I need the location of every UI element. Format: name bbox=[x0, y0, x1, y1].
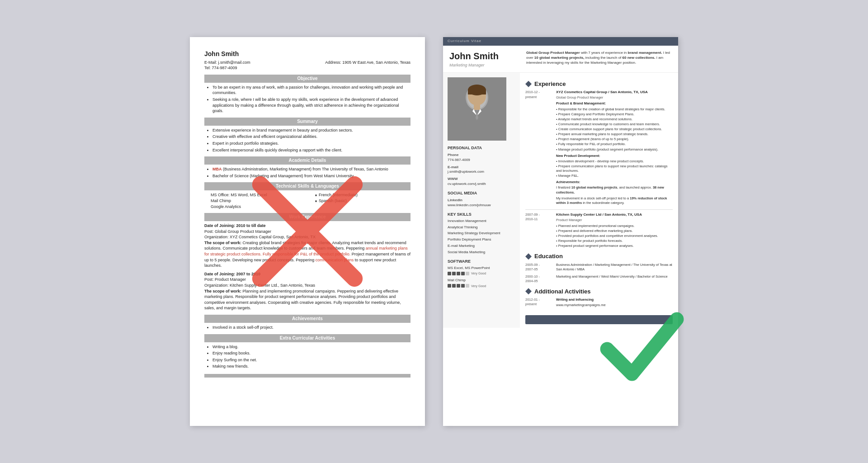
mba-highlight: MBA bbox=[212, 167, 222, 171]
social-media-title: Social Media bbox=[448, 190, 515, 196]
cv-photo bbox=[448, 77, 506, 141]
exp1-bullet-6: • Prepare annual marketing plans to supp… bbox=[556, 132, 673, 137]
extra-list: Writing a blog. Enjoy reading books. Enj… bbox=[204, 344, 410, 369]
exp2-bullet-1: • Planned and implemented promotional ca… bbox=[556, 224, 673, 228]
email-label-right: E-mail bbox=[448, 165, 515, 170]
skill-dots-2 bbox=[448, 284, 469, 288]
act1-detail: www.mymarketingcampaigns.me bbox=[556, 303, 673, 307]
tel-value: 774-987-4009 bbox=[212, 66, 237, 70]
skill-6: Social Media Marketing bbox=[448, 250, 515, 255]
work2-org: Organization: Kitchen Supply Center Ltd.… bbox=[204, 283, 410, 288]
svg-rect-8 bbox=[474, 104, 480, 110]
exp1-ach-1: I finalized 10 global marketing projects… bbox=[556, 185, 673, 194]
exp2-content: Kitchen Supply Center Ltd / San Antonio,… bbox=[556, 213, 673, 249]
exp1-bullet-3: • Analyze market trends and recommend so… bbox=[556, 117, 673, 122]
dot-s2-2 bbox=[452, 284, 456, 288]
software-item-2: Mail Chimp Very Good bbox=[448, 278, 515, 288]
resume-right: Curriculum Vitae John Smith Marketing Ma… bbox=[443, 37, 678, 426]
skill-ms-office: MS Office: MS Word, MS Excel bbox=[211, 193, 267, 197]
dot-s1-4 bbox=[461, 272, 465, 275]
cv-two-col: Personal Data Phone 774-987-4009 E-mail … bbox=[443, 73, 678, 328]
exp1-sub2-title: New Product Development: bbox=[556, 154, 673, 158]
dot-s1-5 bbox=[466, 272, 469, 275]
summary-item-1: Extensive experience in brand management… bbox=[212, 128, 410, 133]
exp-divider bbox=[525, 209, 673, 210]
education-section-header: Education bbox=[525, 252, 673, 260]
act-item-1: 2012-01 -present Writing and Influencing… bbox=[525, 298, 673, 308]
skill-level-2: Very Good bbox=[471, 284, 486, 288]
education-title: Education bbox=[534, 252, 563, 260]
exp1-date: 2010-12 -present bbox=[525, 90, 552, 205]
dot-s2-4 bbox=[461, 284, 465, 288]
edu2-school: Marketing and Management / West Miami Un… bbox=[556, 274, 673, 279]
exp1-role: Global Group Product Manager bbox=[556, 95, 673, 100]
software-item-1: MS Excel, MS PowerPoint Very Good bbox=[448, 266, 515, 276]
additional-icon bbox=[525, 288, 532, 294]
skill-mail-chimp: Mail Chimp bbox=[211, 198, 231, 203]
phone-value: 774-987-4009 bbox=[448, 158, 515, 163]
exp1-bullet-1: • Responsible for the creation of global… bbox=[556, 107, 673, 112]
dot-s1-1 bbox=[448, 272, 451, 275]
skills-col-left: MS Office: MS Word, MS Excel Mail Chimp … bbox=[211, 192, 306, 209]
right-job-title: Marketing Manager bbox=[449, 62, 522, 68]
exp2-bullet-4: • Responsible for product portfolio fore… bbox=[556, 239, 673, 243]
academic-header: Academic Details bbox=[204, 156, 410, 165]
dot-s1-2 bbox=[452, 272, 456, 275]
work1-scope: The scope of work: Creating global brand… bbox=[204, 240, 410, 269]
linkedin-label: LinkedIn bbox=[448, 198, 515, 203]
address-value: 1905 W East Ave, San Antonio, Texas bbox=[342, 60, 410, 65]
dot-1 bbox=[315, 194, 317, 196]
exp2-bullet-3: • Provided product portfolios and compet… bbox=[556, 234, 673, 238]
www-value: cv.uptowork.com/j.smith bbox=[448, 182, 515, 187]
exp2-company: Kitchen Supply Center Ltd / San Antonio,… bbox=[556, 213, 673, 217]
summary-header: Summary bbox=[204, 118, 410, 126]
technical-header: Technical Skills & Languages bbox=[204, 182, 410, 190]
summary-item-4: Excellent interpersonal skills quickly d… bbox=[212, 147, 410, 153]
work-header: Work Experience bbox=[204, 213, 410, 221]
exp1-content: XYZ Cosmetics Capital Group / San Antoni… bbox=[556, 90, 673, 205]
key-skills-title: Key Skills bbox=[448, 212, 515, 217]
objective-list: To be an expert in my area of work, with… bbox=[204, 85, 410, 114]
summary-bold-4: 60 new collections. bbox=[623, 56, 656, 60]
exp1-bullet-8: • Fully responsible for P&L of product p… bbox=[556, 142, 673, 146]
scope-label-2: The scope of work: bbox=[204, 289, 241, 293]
skill-4: Portfolio Deployment Plans bbox=[448, 237, 515, 242]
phone-label: Phone bbox=[448, 153, 515, 158]
software-name-1: MS Excel, MS PowerPoint bbox=[448, 266, 515, 271]
exp-item-2: 2007-09 -2010-11 Kitchen Supply Center L… bbox=[525, 213, 673, 249]
academic-item-2: Bachelor of Science (Marketing and Manag… bbox=[212, 173, 410, 179]
bold-19: 19% reduction of stock within 3 months bbox=[556, 196, 667, 205]
dot-s1-3 bbox=[457, 272, 460, 275]
extra-item-3: Enjoy Surfing on the net. bbox=[212, 357, 410, 363]
experience-title: Experience bbox=[534, 80, 566, 88]
exp2-date: 2007-09 -2010-11 bbox=[525, 213, 552, 249]
edu1-content: Business Administration / Marketing Mana… bbox=[556, 263, 673, 272]
resume-left: John Smith E-Mail: j.smith@mail.com Tel:… bbox=[190, 37, 425, 426]
skill-2: Analytical Thinking bbox=[448, 225, 515, 230]
exp1-bullet-5: • Create communication support plans for… bbox=[556, 127, 673, 132]
work1-post: Post: Global Group Product Manager bbox=[204, 229, 410, 235]
summary-list: Extensive experience in brand management… bbox=[204, 128, 410, 153]
edu1-school: Business Administration / Marketing Mana… bbox=[556, 263, 673, 272]
exp-item-1: 2010-12 -present XYZ Cosmetics Capital G… bbox=[525, 90, 673, 205]
left-contact-left: E-Mail: j.smith@mail.com Tel: 774-987-40… bbox=[204, 60, 250, 71]
additional-section-header: Additional Activities bbox=[525, 288, 673, 296]
extra-header: Extra Curricular Activities bbox=[204, 334, 410, 342]
edu-item-1: 2005-09 -2007-05 Business Administration… bbox=[525, 263, 673, 272]
objective-item-1: To be an expert in my area of work, with… bbox=[212, 85, 410, 96]
exp1-ach-title: Achievements: bbox=[556, 180, 673, 184]
academic-list: MBA (Business Administration, Marketing … bbox=[204, 166, 410, 179]
act1-content: Writing and Influencing www.mymarketingc… bbox=[556, 298, 673, 308]
summary-bold-1: Global Group Product Manager bbox=[526, 51, 580, 55]
objective-header: Objective bbox=[204, 75, 410, 83]
skills-col-right: French (intermediate) Spanish (basic) bbox=[315, 192, 410, 209]
cv-footer-bar bbox=[525, 315, 673, 324]
email-value: j.smith@mail.com bbox=[218, 60, 250, 65]
work-item-1: Date of Joining: 2010 to till date Post:… bbox=[204, 223, 410, 269]
skill-5: E-mail Marketing bbox=[448, 244, 515, 249]
achievement-item-1: Involved in a stock sell-off project. bbox=[212, 325, 410, 331]
cv-top-bar: Curriculum Vitae bbox=[443, 37, 678, 46]
experience-section-header: Experience bbox=[525, 80, 673, 88]
dot-s2-3 bbox=[457, 284, 460, 288]
extra-item-2: Enjoy reading books. bbox=[212, 350, 410, 356]
